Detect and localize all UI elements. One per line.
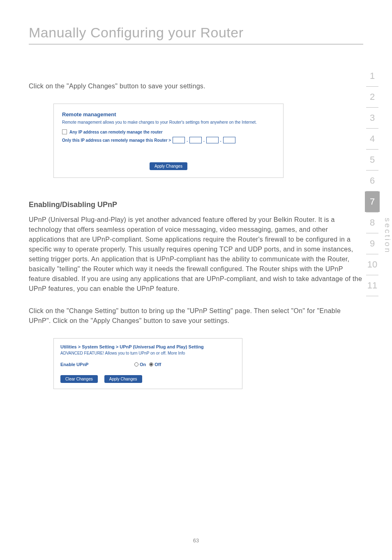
nav-item-2[interactable]: 2 [365, 87, 380, 107]
any-ip-checkbox[interactable] [62, 129, 67, 134]
nav-divider [366, 296, 378, 296]
ip-field-4[interactable] [223, 137, 235, 143]
page-title: Manually Configuring your Router [29, 25, 363, 41]
nav-item-11[interactable]: 11 [365, 275, 380, 296]
nav-item-7-active[interactable]: 7 [365, 191, 380, 212]
upnp-setting-screenshot: Utilities > System Setting > UPnP (Unive… [53, 338, 242, 389]
upnp-setting-title: Utilities > System Setting > UPnP (Unive… [60, 344, 235, 349]
nav-item-9[interactable]: 9 [365, 233, 380, 254]
nav-item-1[interactable]: 1 [365, 66, 380, 86]
apply-changes-button-2[interactable]: Apply Changes [104, 375, 142, 383]
nav-item-6[interactable]: 6 [365, 171, 380, 191]
page-number: 63 [193, 537, 199, 544]
apply-button-row: Apply Changes [62, 162, 275, 170]
only-ip-row: Only this IP address can remotely manage… [62, 137, 275, 143]
remote-management-title: Remote management [62, 111, 275, 118]
title-underline [29, 44, 363, 44]
nav-item-8[interactable]: 8 [365, 212, 380, 233]
section-label: section [383, 218, 392, 254]
on-radio[interactable] [134, 362, 138, 366]
clear-changes-button[interactable]: Clear Changes [60, 375, 98, 383]
ip-field-1[interactable] [173, 137, 185, 143]
nav-item-5[interactable]: 5 [365, 150, 380, 170]
upnp-buttons-row: Clear Changes Apply Changes [60, 375, 235, 383]
apply-changes-button[interactable]: Apply Changes [150, 162, 187, 170]
nav-item-10[interactable]: 10 [365, 254, 380, 275]
nav-item-3[interactable]: 3 [365, 108, 380, 128]
nav-item-4[interactable]: 4 [365, 129, 380, 149]
enable-upnp-row: Enable UPnP On Off [60, 362, 235, 367]
any-ip-checkbox-row: Any IP address can remotely manage the r… [62, 129, 275, 134]
enable-upnp-label: Enable UPnP [60, 362, 134, 367]
remote-management-desc: Remote management allows you to make cha… [62, 120, 275, 124]
upnp-para2: Click on the "Change Setting" button to … [29, 306, 363, 326]
any-ip-label: Any IP address can remotely manage the r… [69, 130, 163, 134]
upnp-heading: Enabling/Disabling UPnP [29, 200, 363, 209]
on-label: On [140, 362, 146, 367]
side-navigation: 1 2 3 4 5 6 7 8 9 10 11 [365, 66, 380, 296]
off-label: Off [154, 362, 161, 367]
upnp-para1: UPnP (Universal Plug-and-Play) is yet an… [29, 215, 363, 294]
ip-field-2[interactable] [189, 137, 202, 143]
off-radio[interactable] [149, 362, 153, 366]
only-ip-label: Only this IP address can remotely manage… [62, 138, 171, 143]
intro-text: Click on the "Apply Changes" button to s… [29, 81, 363, 91]
upnp-setting-desc: ADVANCED FEATURE! Allows you to turn UPn… [60, 351, 235, 355]
ip-field-3[interactable] [206, 137, 219, 143]
remote-management-screenshot: Remote management Remote management allo… [53, 104, 284, 178]
